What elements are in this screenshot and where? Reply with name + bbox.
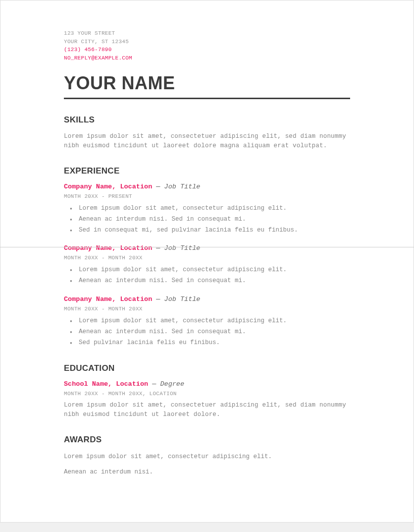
degree: Degree [160, 380, 184, 388]
contact-city: YOUR CITY, ST 12345 [64, 38, 350, 46]
experience-bullets: Lorem ipsum dolor sit amet, consectetur … [64, 203, 350, 236]
skills-text: Lorem ipsum dolor sit amet, consectetuer… [64, 132, 350, 151]
company-name: Company Name, Location [64, 296, 152, 303]
job-title: Job Title [164, 183, 201, 190]
experience-bullets: Lorem ipsum dolor sit amet, consectetur … [64, 265, 350, 287]
entry-sep: — [152, 244, 164, 252]
contact-street: 123 YOUR STREET [64, 29, 350, 38]
list-item: Sed in consequat mi, sed pulvinar lacini… [79, 225, 350, 236]
education-title: EDUCATION [64, 363, 350, 373]
contact-block: 123 YOUR STREET YOUR CITY, ST 12345 (123… [64, 29, 350, 62]
experience-bullets: Lorem ipsum dolor sit amet, consectetur … [64, 316, 350, 349]
entry-sep: — [148, 380, 160, 388]
experience-date: MONTH 20XX - MONTH 20XX [64, 255, 350, 261]
contact-email: NO_REPLY@EXAMPLE.COM [64, 54, 350, 62]
list-item: Lorem ipsum dolor sit amet, consectetur … [79, 265, 350, 276]
skills-section: SKILLS Lorem ipsum dolor sit amet, conse… [64, 115, 350, 151]
list-item: Lorem ipsum dolor sit amet, consectetur … [79, 203, 350, 214]
job-title: Job Title [164, 296, 201, 303]
entry-sep: — [152, 296, 164, 303]
list-item: Aenean ac interdum nisi. Sed in consequa… [79, 276, 350, 287]
award-text: Aenean ac interdum nisi. [64, 467, 350, 477]
header-rule [64, 98, 350, 99]
experience-section: EXPERIENCE Company Name, Location — Job … [64, 166, 350, 349]
list-item: Lorem ipsum dolor sit amet, consectetur … [79, 316, 350, 327]
resume-page: 123 YOUR STREET YOUR CITY, ST 12345 (123… [0, 0, 414, 523]
experience-entry: Company Name, Location — Job Title MONTH… [64, 244, 350, 287]
experience-entry-header: Company Name, Location — Job Title [64, 183, 350, 190]
experience-date: MONTH 20XX - MONTH 20XX [64, 306, 350, 312]
job-title: Job Title [164, 244, 201, 252]
education-section: EDUCATION School Name, Location — Degree… [64, 363, 350, 420]
awards-title: AWARDS [64, 435, 350, 445]
education-entry-header: School Name, Location — Degree [64, 380, 350, 388]
education-entry: School Name, Location — Degree MONTH 20X… [64, 380, 350, 420]
experience-entry: Company Name, Location — Job Title MONTH… [64, 296, 350, 349]
education-date: MONTH 20XX - MONTH 20XX, LOCATION [64, 391, 350, 397]
list-item: Aenean ac interdum nisi. Sed in consequa… [79, 327, 350, 338]
experience-title: EXPERIENCE [64, 166, 350, 176]
experience-entry-header: Company Name, Location — Job Title [64, 244, 350, 252]
experience-date: MONTH 20XX - PRESENT [64, 193, 350, 199]
experience-entry: Company Name, Location — Job Title MONTH… [64, 183, 350, 236]
list-item: Aenean ac interdum nisi. Sed in consequa… [79, 214, 350, 225]
experience-entry-header: Company Name, Location — Job Title [64, 296, 350, 303]
contact-phone: (123) 456-7890 [64, 46, 350, 54]
resume-name: YOUR NAME [64, 73, 350, 94]
list-item: Sed pulvinar lacinia felis eu finibus. [79, 338, 350, 349]
skills-title: SKILLS [64, 115, 350, 125]
school-name: School Name, Location [64, 380, 148, 388]
entry-sep: — [152, 183, 164, 190]
education-text: Lorem ipsum dolor sit amet, consectetuer… [64, 401, 350, 420]
page-break-line [0, 247, 414, 247]
company-name: Company Name, Location [64, 183, 152, 190]
awards-section: AWARDS Lorem ipsum dolor sit amet, conse… [64, 435, 350, 478]
award-text: Lorem ipsum dolor sit amet, consectetur … [64, 452, 350, 462]
company-name: Company Name, Location [64, 244, 152, 252]
